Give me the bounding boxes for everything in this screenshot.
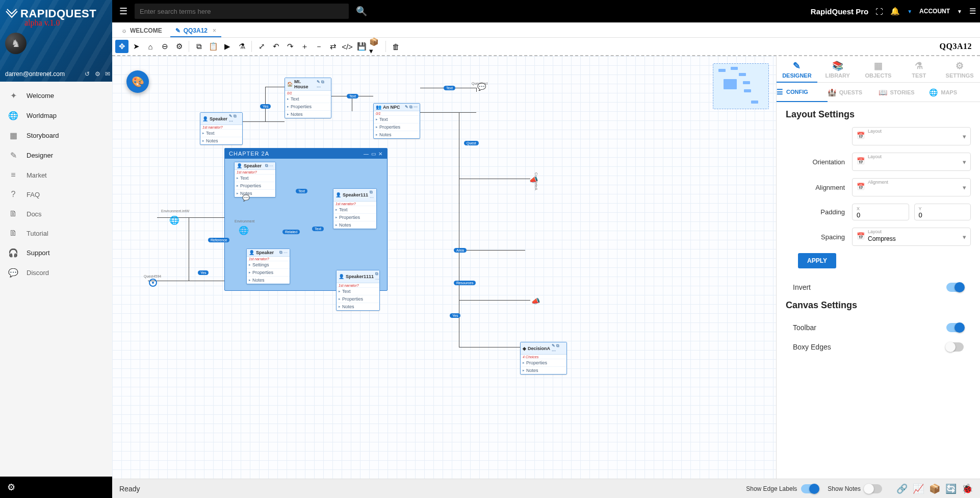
minus-icon[interactable]: － xyxy=(312,40,325,53)
sidebar-item-worldmap[interactable]: 🌐Worldmap xyxy=(0,106,112,126)
alignment-select[interactable]: 📅 Alignment ▾ xyxy=(852,178,971,196)
panel-tab-library[interactable]: 📚LIBRARY xyxy=(817,56,858,82)
flag-end-icon[interactable]: 💬 xyxy=(477,83,486,91)
document-title: QQ3A12 xyxy=(940,42,977,51)
bell-icon[interactable]: 🔔 xyxy=(890,7,900,16)
sidebar-item-support[interactable]: 🎧Support xyxy=(0,243,112,263)
chart-icon[interactable]: 📈 xyxy=(913,483,924,494)
panel-subtab-config[interactable]: ☰CONFIG xyxy=(777,83,828,102)
paste-icon[interactable]: 📋 xyxy=(207,40,220,53)
test-tube-icon[interactable]: ⚗ xyxy=(235,40,248,53)
search-box[interactable] xyxy=(135,4,349,19)
topbar: ☰ 🔍 RapidQuest Pro ⛶ 🔔 ▼ ACCOUNT ▼ ☰ xyxy=(112,0,980,22)
save-icon[interactable]: 💾 xyxy=(355,40,368,53)
sidebar-item-designer[interactable]: ✎Designer xyxy=(0,145,112,165)
canvas-node[interactable]: 👤 Speaker⧉ ⋯ 1st narrator? Text Properti… xyxy=(234,162,276,197)
mail-icon[interactable]: ✉ xyxy=(105,70,110,78)
swap-icon[interactable]: ⇄ xyxy=(326,40,340,53)
canvas-node[interactable]: 👤 Speaker111⧉ ⋯ 1st narrator? Text Prope… xyxy=(333,188,377,229)
panel-tab-settings[interactable]: ⚙SETTINGS xyxy=(939,56,980,82)
refresh-icon[interactable]: 🔄 xyxy=(945,483,957,494)
spacing-select[interactable]: 📅 Layout Compress▾ xyxy=(852,228,971,246)
minimap[interactable] xyxy=(713,63,769,109)
code-icon[interactable]: </> xyxy=(341,40,354,53)
canvas-node[interactable]: 👤 Speaker1111⧉ ⋯ 1st narrator? Text Prop… xyxy=(336,270,380,311)
sidebar-item-market[interactable]: ≡Market xyxy=(0,165,112,185)
panel-subtab-stories[interactable]: 📖STORIES xyxy=(879,83,930,102)
sidebar-item-tutorial[interactable]: 🗎Tutorial xyxy=(0,223,112,243)
fullscreen-icon[interactable]: ⛶ xyxy=(875,7,883,16)
panel-tab-designer[interactable]: ✎DESIGNER xyxy=(777,56,817,83)
history-icon[interactable]: ↺ xyxy=(85,70,90,78)
apply-button[interactable]: APPLY xyxy=(798,253,836,268)
expand-icon[interactable]: ⤢ xyxy=(255,40,268,53)
bell-dropdown-icon[interactable]: ▼ xyxy=(907,9,912,14)
boxy-edges-switch[interactable] xyxy=(946,342,964,352)
user-email: darren@ontrenet.com xyxy=(5,70,65,78)
padding-y-input[interactable]: Y xyxy=(914,204,971,220)
copy-icon[interactable]: ⧉ xyxy=(192,40,205,53)
hierarchy-icon[interactable]: 🔗 xyxy=(896,483,908,494)
delete-icon[interactable]: ⊖ xyxy=(158,40,171,53)
account-label[interactable]: ACCOUNT xyxy=(919,8,950,15)
designer-canvas[interactable]: 🎨 👤 Speaker✎ ⧉ ⋯ 1st narrator? Text Note… xyxy=(112,56,776,479)
palette-fab-icon[interactable]: 🎨 xyxy=(126,70,149,93)
docs-icon: 🗎 xyxy=(8,209,18,218)
move-tool-icon[interactable]: ✥ xyxy=(115,40,128,53)
panel-tab-label: OBJECTS xyxy=(865,72,892,79)
panel-subtab-quests[interactable]: 🏰QUESTS xyxy=(828,83,879,102)
sidebar-item-label: Storyboard xyxy=(27,132,59,139)
account-dropdown-icon[interactable]: ▼ xyxy=(957,9,962,14)
search-icon[interactable]: 🔍 xyxy=(353,4,370,19)
show-edge-labels-switch[interactable] xyxy=(801,484,818,493)
sidebar-item-discord[interactable]: 💬Discord xyxy=(0,263,112,283)
sidebar-item-storyboard[interactable]: ▦Storyboard xyxy=(0,126,112,145)
canvas-node[interactable]: 👥 An NPC✎ ⧉ ⋯ 0/1 Text Properties Notes xyxy=(373,103,420,139)
undo-icon[interactable]: ↶ xyxy=(269,40,282,53)
panel-tab-objects[interactable]: ▦OBJECTS xyxy=(858,56,899,82)
panel-tab-test[interactable]: ⚗TEST xyxy=(898,56,939,82)
file-tab-qq3a12[interactable]: ✎QQ3A12× xyxy=(170,24,221,37)
close-icon[interactable]: × xyxy=(213,27,216,34)
layout-select[interactable]: 📅 Layout ▾ xyxy=(852,127,971,145)
globe-icon[interactable]: 🌐 xyxy=(239,226,247,234)
target-icon[interactable] xyxy=(149,279,157,287)
play-icon[interactable]: ▶ xyxy=(221,40,234,53)
sidebar-item-faq[interactable]: ?FAQ xyxy=(0,185,112,204)
bug-icon[interactable]: 🐞 xyxy=(962,483,973,494)
invert-switch[interactable] xyxy=(946,283,964,292)
sidebar-item-welcome[interactable]: ✦Welcome xyxy=(0,86,112,106)
gear-icon[interactable]: ⚙ xyxy=(172,40,186,53)
settings-gear-icon[interactable]: ⚙ xyxy=(7,482,15,493)
discord-icon: 💬 xyxy=(8,268,18,278)
add-icon[interactable]: ＋ xyxy=(298,40,311,53)
canvas-node[interactable]: ◆ DecisionA✎ ⧉ ⋯ 4 Choices Properties No… xyxy=(520,342,567,375)
designer-toolbar: ✥ ➤ ⌂ ⊖ ⚙ ⧉ 📋 ▶ ⚗ ⤢ ↶ ↷ ＋ － ⇄ </> 💾 📦▾ 🗑… xyxy=(112,38,980,56)
toolbar-switch[interactable] xyxy=(946,323,964,332)
package-icon[interactable]: 📦▾ xyxy=(369,40,382,53)
orientation-select[interactable]: 📅 Layout ▾ xyxy=(852,153,971,171)
search-input[interactable] xyxy=(140,8,344,15)
hamburger-icon[interactable]: ☰ xyxy=(116,4,131,19)
show-notes-switch[interactable] xyxy=(865,484,882,493)
speaker-end-icon[interactable]: 📣 xyxy=(529,176,538,184)
home-icon[interactable]: ⌂ xyxy=(144,40,157,53)
trash-icon[interactable]: 🗑 xyxy=(389,40,402,53)
settings-icon[interactable]: ⚙ xyxy=(95,70,100,78)
padding-x-input[interactable]: X xyxy=(852,204,909,220)
redo-icon[interactable]: ↷ xyxy=(283,40,297,53)
speaker-end-icon[interactable]: 📣 xyxy=(531,297,540,305)
panel-subtab-maps[interactable]: 🌐MAPS xyxy=(929,83,980,102)
more-menu-icon[interactable]: ☰ xyxy=(969,7,976,16)
sidebar-item-docs[interactable]: 🗎Docs xyxy=(0,204,112,223)
globe-icon[interactable]: 🌐 xyxy=(169,215,177,223)
pointer-tool-icon[interactable]: ➤ xyxy=(130,40,143,53)
layout-settings-header: Layout Settings xyxy=(786,109,971,120)
canvas-node[interactable]: 👤 Speaker⧉ ⋯ 1st narrator? Settings Prop… xyxy=(246,248,290,284)
canvas-node[interactable]: 🏠 Mt. House✎ ⧉ ⋯ 0/1 Text Properties Not… xyxy=(285,78,331,118)
chapter-title: CHAPTER 2A xyxy=(229,151,269,157)
cube-icon[interactable]: 📦 xyxy=(929,483,940,494)
canvas-node[interactable]: 👤 Speaker✎ ⧉ ⋯ 1st narrator? Text Notes xyxy=(200,112,243,145)
file-tab-welcome[interactable]: ☼WELCOME xyxy=(116,24,167,37)
avatar[interactable]: ♞ xyxy=(5,33,27,54)
